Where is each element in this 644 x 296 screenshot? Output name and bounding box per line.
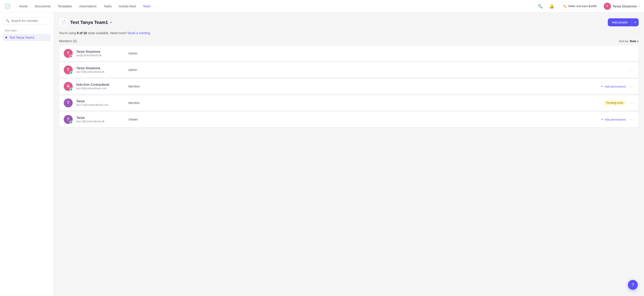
avatar: T ✓	[64, 65, 73, 74]
member-actions: Pending invite ···	[604, 100, 634, 106]
member-name: Nola from Contractbook	[76, 83, 121, 86]
page-layout: 🔍 Your team Test Tanya Team1 📄 Test Tany…	[0, 12, 644, 296]
user-menu-chevron-icon: ▾	[638, 5, 640, 7]
member-role: Member	[124, 85, 147, 88]
member-role: Admin	[124, 68, 147, 72]
user-name: Tanya Stoyanova	[613, 4, 636, 8]
member-email: tas+5@contractbook.com	[76, 87, 121, 90]
sidebar-item-label: Test Tanya Team1	[10, 36, 34, 39]
refer-label: Refer and earn $1000	[568, 4, 596, 8]
member-email: tas+3@contractbook.dk	[76, 70, 121, 73]
member-role: Owner	[124, 52, 147, 55]
active-dot-icon	[5, 37, 7, 38]
notifications-button[interactable]: 🔔	[548, 2, 556, 10]
book-meeting-link[interactable]: Book a meeting	[128, 31, 150, 35]
search-button[interactable]: 🔍	[536, 2, 544, 10]
member-actions: + Add permissions ···	[601, 84, 634, 89]
logo-icon: 📄	[6, 4, 10, 8]
sidebar-section-label: Your team	[3, 29, 51, 32]
add-people-label: Add people	[608, 18, 632, 26]
avatar: T	[64, 49, 73, 58]
members-header: Members (5) Sort by: Role ▾	[59, 39, 639, 43]
seats-count: 5 of 10	[77, 31, 87, 35]
sort-by-value: Role	[630, 39, 636, 43]
team-title-row: 📄 Test Tanya Team1 ▾	[59, 18, 112, 27]
members-count: Members (5)	[59, 39, 77, 43]
refer-button[interactable]: 🏷️ Refer and earn $1000	[559, 2, 600, 10]
member-name: Tanya	[76, 116, 121, 120]
sidebar-item-test-tanya-team1[interactable]: Test Tanya Team1	[3, 34, 51, 41]
members-list: T Tanya Stoyanova tas@contractbook.dk Ow…	[59, 45, 639, 127]
nav-automations[interactable]: Automations	[76, 3, 100, 10]
avatar: T	[64, 98, 73, 107]
add-people-button[interactable]: Add people ▾	[608, 18, 639, 26]
status-badge	[70, 55, 73, 58]
member-name: Tanya Stoyanova	[76, 66, 121, 70]
nav-documents[interactable]: Documents	[32, 3, 54, 10]
table-row: T ✓ Tanya Stoyanova tas+3@contractbook.d…	[59, 62, 639, 78]
main-header: 📄 Test Tanya Team1 ▾ Add people ▾	[59, 18, 639, 27]
member-role: Viewer	[124, 118, 147, 121]
nav-home[interactable]: Home	[16, 3, 31, 10]
user-avatar: T	[604, 3, 611, 10]
status-badge: ✓	[70, 88, 73, 91]
member-email: tas@contractbook.dk	[76, 54, 121, 57]
add-permissions-label: Add permissions	[604, 85, 626, 88]
seats-text-before: You're using	[59, 31, 77, 35]
nav-templates[interactable]: Templates	[54, 3, 75, 10]
nav-team[interactable]: Team	[140, 3, 154, 10]
app-logo[interactable]: 📄	[4, 3, 11, 9]
help-fab-button[interactable]: ?	[628, 280, 638, 290]
status-badge: ✓	[70, 121, 73, 124]
member-actions: + Add permissions ···	[601, 117, 634, 122]
add-people-arrow-icon: ▾	[632, 18, 639, 26]
add-permissions-button[interactable]: + Add permissions	[601, 84, 626, 88]
member-search-container[interactable]: 🔍	[3, 17, 51, 24]
plus-icon: +	[601, 84, 603, 88]
nav-links: Home Documents Templates Automations Tas…	[16, 3, 536, 10]
search-icon: 🔍	[6, 19, 10, 22]
nav-tasks[interactable]: Tasks	[100, 3, 115, 10]
member-info: Tanya tas+11@contractbook.com	[76, 99, 121, 107]
team-icon: 📄	[59, 18, 68, 27]
seats-info: You're using 5 of 10 seats available. Ne…	[59, 31, 639, 35]
add-permissions-button[interactable]: + Add permissions	[601, 117, 626, 122]
member-actions: ···	[630, 67, 634, 73]
nav-activity-feed[interactable]: Activity feed	[116, 3, 139, 10]
table-row: N ✓ Nola from Contractbook tas+5@contrac…	[59, 79, 639, 94]
more-options-button[interactable]: ···	[630, 100, 634, 106]
table-row: T Tanya Stoyanova tas@contractbook.dk Ow…	[59, 45, 639, 61]
team-dropdown-icon[interactable]: ▾	[110, 20, 112, 24]
seats-text-after: seats available. Need more?	[87, 31, 127, 35]
help-icon: ?	[632, 282, 634, 288]
status-badge: ✓	[70, 71, 73, 74]
avatar: T ✓	[64, 115, 73, 124]
search-input[interactable]	[11, 19, 48, 22]
more-options-button[interactable]: ···	[630, 117, 634, 122]
pending-badge: Pending invite	[604, 100, 626, 105]
plus-icon: +	[601, 117, 603, 122]
add-permissions-label: Add permissions	[604, 118, 626, 121]
more-options-button[interactable]: ···	[630, 67, 634, 73]
sort-by-control[interactable]: Sort by: Role ▾	[619, 39, 639, 43]
member-info: Tanya Stoyanova tas+3@contractbook.dk	[76, 66, 121, 73]
member-email: tas+11@contractbook.com	[76, 103, 121, 107]
top-navigation: 📄 Home Documents Templates Automations T…	[0, 0, 644, 12]
sidebar: 🔍 Your team Test Tanya Team1	[0, 12, 54, 296]
refer-icon: 🏷️	[562, 4, 567, 8]
table-row: T ✓ Tanya tas+2@contractbook.dk Viewer +…	[59, 112, 639, 127]
user-menu-button[interactable]: T Tanya Stoyanova ▾	[604, 3, 640, 10]
table-row: T Tanya tas+11@contractbook.com Member P…	[59, 95, 639, 111]
member-info: Tanya Stoyanova tas@contractbook.dk	[76, 50, 121, 57]
avatar: N ✓	[64, 82, 73, 91]
team-title: Test Tanya Team1	[70, 20, 108, 25]
main-content: 📄 Test Tanya Team1 ▾ Add people ▾ You're…	[54, 12, 644, 296]
member-name: Tanya Stoyanova	[76, 50, 121, 53]
sort-by-label: Sort by:	[619, 39, 629, 43]
more-options-button[interactable]: ···	[630, 84, 634, 89]
member-info: Nola from Contractbook tas+5@contractboo…	[76, 83, 121, 90]
member-name: Tanya	[76, 99, 121, 103]
nav-right-section: 🔍 🔔 🏷️ Refer and earn $1000 T Tanya Stoy…	[536, 2, 640, 10]
member-info: Tanya tas+2@contractbook.dk	[76, 116, 121, 123]
member-role: Member	[124, 101, 147, 105]
